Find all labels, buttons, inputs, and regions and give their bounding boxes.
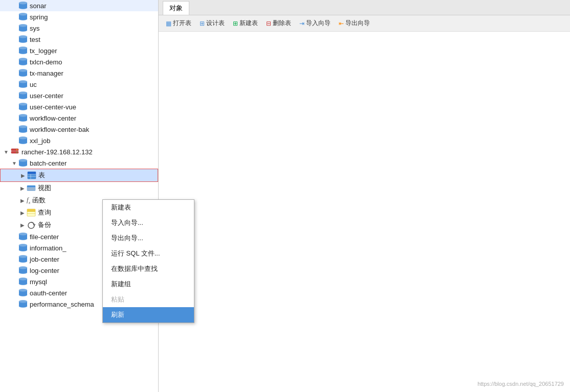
export-wizard-label: 导出向导	[345, 19, 370, 28]
sidebar-item-label: test	[30, 36, 40, 43]
toolbar: ▦ 打开表 ⊞ 设计表 ⊞ 新建表 ⊟ 删除表 ⇥ 导入向导 ⇤ 导出向导	[159, 15, 570, 32]
delete-table-button[interactable]: ⊟ 删除表	[263, 17, 294, 29]
delete-table-label: 删除表	[273, 19, 291, 28]
content-area: https://blog.csdn.net/qq_20651729	[159, 32, 570, 392]
tab-header: 对象	[159, 0, 570, 15]
sidebar-item-biao[interactable]: ▶ 表	[0, 169, 158, 182]
new-table-button[interactable]: ⊞ 新建表	[230, 17, 261, 29]
sidebar-item-label: 视图	[38, 183, 51, 193]
sidebar-item-label: spring	[30, 13, 48, 21]
context-menu-item-find-in-db[interactable]: 在数据库中查找	[103, 261, 194, 276]
sidebar-item-label: log-center	[30, 267, 59, 274]
context-menu: 新建表导入向导...导出向导...运行 SQL 文件...在数据库中查找新建组粘…	[102, 199, 194, 323]
export-wizard-button[interactable]: ⇤ 导出向导	[336, 17, 373, 29]
tab-objects[interactable]: 对象	[163, 1, 189, 15]
new-table-icon: ⊞	[233, 20, 238, 27]
context-menu-item-export-wizard[interactable]: 导出向导...	[103, 230, 194, 246]
import-wizard-label: 导入向导	[306, 19, 331, 28]
sidebar-item-xxl_job[interactable]: xxl_job	[0, 135, 158, 146]
svg-point-15	[19, 36, 27, 38]
sidebar-item-rancher[interactable]: ▼ rancher-192.168.12.132	[0, 146, 158, 157]
open-table-button[interactable]: ▦ 打开表	[163, 17, 194, 29]
new-table-label: 新建表	[239, 19, 258, 28]
db-icon	[18, 278, 28, 286]
sidebar-item-label: information_	[30, 244, 67, 252]
arrow-icon: ▼	[11, 160, 17, 166]
db-icon	[18, 159, 28, 167]
open-table-icon: ▦	[166, 20, 171, 27]
sidebar-item-workflow-center[interactable]: workflow-center	[0, 112, 158, 124]
sidebar-item-batch-center[interactable]: ▼ batch-center	[0, 157, 158, 169]
context-menu-item-new-group[interactable]: 新建组	[103, 276, 194, 292]
sidebar-item-txlcn-demo[interactable]: txlcn-demo	[0, 56, 158, 67]
db-icon	[18, 136, 28, 145]
sidebar-item-spring[interactable]: spring	[0, 11, 158, 22]
db-icon	[18, 91, 28, 100]
sidebar-item-tx-manager[interactable]: tx-manager	[0, 67, 158, 79]
svg-point-30	[19, 85, 27, 88]
svg-point-100	[19, 305, 27, 308]
db-icon	[18, 58, 28, 66]
svg-point-34	[19, 97, 27, 99]
svg-point-93	[19, 278, 27, 281]
svg-point-14	[19, 40, 27, 43]
sidebar-item-uc[interactable]: uc	[0, 79, 158, 90]
sidebar-item-user-center-vue[interactable]: user-center-vue	[0, 101, 158, 112]
sidebar-item-label: sys	[30, 25, 40, 32]
view-group-icon	[27, 184, 36, 192]
sidebar[interactable]: sonar spring sys test tx_logger txlcn-de	[0, 0, 159, 392]
svg-point-54	[16, 149, 17, 150]
export-wizard-icon: ⇤	[339, 20, 344, 27]
sidebar-item-user-center[interactable]: user-center	[0, 90, 158, 101]
sidebar-item-shitu[interactable]: ▶ 视图	[0, 182, 158, 194]
import-wizard-button[interactable]: ⇥ 导入向导	[296, 17, 334, 29]
context-menu-item-import-wizard[interactable]: 导入向导...	[103, 215, 194, 230]
sidebar-item-label: 备份	[38, 220, 51, 229]
svg-point-59	[19, 159, 27, 162]
db-icon	[18, 266, 28, 274]
sidebar-item-label: rancher-192.168.12.132	[21, 148, 93, 156]
db-icon	[18, 35, 28, 43]
db-icon	[18, 69, 28, 77]
db-icon	[18, 13, 28, 21]
sidebar-item-label: txlcn-demo	[30, 58, 62, 66]
sidebar-item-sys[interactable]: sys	[0, 22, 158, 34]
sidebar-item-label: 表	[38, 171, 45, 180]
sidebar-item-label: tx_logger	[30, 47, 57, 55]
svg-point-38	[19, 108, 27, 110]
backup-group-icon	[27, 221, 36, 229]
context-menu-item-refresh[interactable]: 刷新	[103, 307, 194, 322]
db-icon	[18, 24, 28, 32]
svg-point-46	[19, 130, 27, 133]
svg-point-43	[19, 114, 27, 117]
svg-point-58	[19, 164, 27, 167]
svg-point-92	[19, 283, 27, 285]
svg-point-10	[19, 29, 27, 32]
context-menu-item-run-sql[interactable]: 运行 SQL 文件...	[103, 246, 194, 261]
sidebar-item-tx_logger[interactable]: tx_logger	[0, 45, 158, 56]
design-table-button[interactable]: ⊞ 设计表	[196, 17, 228, 29]
right-panel: 对象 ▦ 打开表 ⊞ 设计表 ⊞ 新建表 ⊟ 删除表 ⇥ 导入向导	[159, 0, 570, 392]
svg-point-26	[19, 74, 27, 77]
svg-point-101	[19, 301, 27, 303]
sidebar-item-label: uc	[30, 81, 37, 88]
svg-point-3	[19, 2, 27, 5]
sidebar-item-workflow-center-bak[interactable]: workflow-center-bak	[0, 124, 158, 135]
context-menu-item-new-table[interactable]: 新建表	[103, 200, 194, 215]
svg-rect-61	[28, 172, 36, 174]
sidebar-item-sonar[interactable]: sonar	[0, 0, 158, 11]
svg-point-55	[16, 152, 17, 153]
sidebar-item-label: mysql	[30, 278, 47, 286]
svg-point-31	[19, 81, 27, 83]
svg-point-88	[19, 271, 27, 274]
db-icon	[18, 103, 28, 111]
sidebar-item-test[interactable]: test	[0, 34, 158, 45]
sidebar-item-label: user-center-vue	[30, 103, 76, 111]
db-icon	[18, 255, 28, 263]
svg-point-89	[19, 267, 27, 269]
svg-point-11	[19, 25, 27, 27]
sidebar-item-label: xxl_job	[30, 137, 50, 145]
main-container: sonar spring sys test tx_logger txlcn-de	[0, 0, 570, 392]
svg-point-19	[19, 47, 27, 50]
server-icon	[10, 148, 19, 156]
